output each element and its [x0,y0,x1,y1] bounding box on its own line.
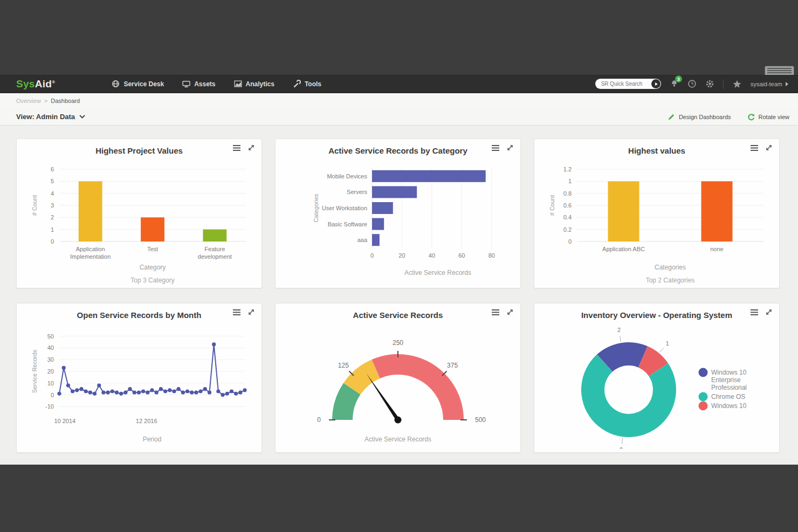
svg-text:0.6: 0.6 [563,202,572,209]
caret-right-icon [786,82,788,86]
svg-text:Implementation: Implementation [70,253,111,260]
svg-text:Period: Period [143,436,162,443]
expand-icon[interactable] [506,308,514,318]
chart-title: Active Service Records by Category [276,139,520,155]
notification-badge: 3 [675,75,682,82]
svg-text:0: 0 [51,238,54,245]
svg-text:500: 500 [475,416,486,424]
hamburger-menu-icon[interactable] [232,144,241,154]
nav-right: 3 sysaid-team [595,79,788,89]
svg-text:4: 4 [51,190,54,197]
history-button[interactable] [687,79,697,88]
expand-icon[interactable] [506,144,514,154]
monitor-icon [182,80,190,88]
svg-text:3: 3 [51,202,54,209]
svg-text:Windows 10: Windows 10 [711,369,747,376]
svg-text:40: 40 [429,252,435,259]
nav-item-assets[interactable]: Assets [182,80,215,88]
notifications-button[interactable]: 3 [670,79,679,88]
svg-text:# Count: # Count [549,195,555,216]
chart-title: Open Service Records by Month [17,303,262,320]
hamburger-menu-icon[interactable] [750,144,759,154]
rotate-view-label: Rotate view [759,114,789,120]
search-input[interactable] [601,81,651,87]
svg-text:# Count: # Count [31,195,38,216]
svg-text:8: 8 [620,446,623,449]
svg-text:Servers: Servers [347,189,367,195]
wrench-icon [293,80,301,88]
svg-text:0.8: 0.8 [563,190,572,197]
svg-text:2: 2 [617,327,621,333]
breadcrumb: Overview > Dashboard [0,93,798,108]
breadcrumb-overview[interactable]: Overview [16,98,41,104]
settings-button[interactable] [705,79,714,88]
svg-text:Category: Category [140,264,166,271]
svg-text:Chrome OS: Chrome OS [711,393,745,400]
svg-text:375: 375 [447,362,458,369]
card-open-sr-by-month: Open Service Records by Month -100102030… [16,303,262,453]
nav-item-analytics[interactable]: Analytics [234,80,274,88]
svg-text:0: 0 [370,252,374,259]
dashboard-grid: Highest Project Values 0123456# CountApp… [0,126,798,453]
expand-icon[interactable] [247,308,255,318]
sysaid-logo: SysAid® [16,78,55,90]
svg-text:50: 50 [47,333,54,340]
nav-item-service-desk[interactable]: Service Desk [112,80,164,88]
card-inventory-os: Inventory Overview - Operating System 21… [534,303,780,453]
rotate-icon [747,113,755,121]
svg-text:development: development [198,253,232,260]
svg-text:10 2014: 10 2014 [54,418,75,424]
svg-text:none: none [710,246,723,252]
svg-text:Basic Software: Basic Software [328,221,367,227]
hamburger-menu-icon[interactable] [232,308,241,318]
svg-text:Top 2 Categories: Top 2 Categories [646,277,695,284]
svg-text:Test: Test [147,246,158,252]
favorites-button[interactable] [732,79,742,89]
nav-item-label: Service Desk [123,80,164,88]
svg-text:Categories: Categories [313,194,319,223]
user-menu[interactable]: sysaid-team [751,81,788,87]
top-nav: SysAid® Service Desk Assets Analytics To… [0,75,798,93]
chart-title: Inventory Overview - Operating System [534,303,779,320]
svg-text:Windows 10: Windows 10 [711,402,747,410]
chart-canvas: 0125250375500Active Service Records [279,325,517,449]
svg-text:0: 0 [317,416,321,424]
hamburger-menu-icon[interactable] [491,144,500,154]
svg-text:Top 3 Category: Top 3 Category [130,277,174,284]
chart-canvas: 218Windows 10EnterpriseProfessionalChrom… [538,325,775,449]
svg-text:1.2: 1.2 [563,166,572,172]
svg-text:-10: -10 [45,403,54,410]
chart-canvas: -1001020304050Service Records10 201412 2… [20,325,258,449]
expand-icon[interactable] [765,144,773,154]
hamburger-menu-icon[interactable] [491,308,500,318]
hamburger-menu-icon[interactable] [750,308,759,318]
svg-text:Mobile Devices: Mobile Devices [327,173,367,179]
svg-text:Enterprise: Enterprise [711,376,741,384]
svg-text:User Workstation: User Workstation [322,205,367,211]
chevron-down-icon [79,115,85,119]
svg-text:1: 1 [666,340,669,347]
svg-text:80: 80 [489,252,495,259]
chart-canvas: 00.20.40.60.811.2# CountApplication ABCn… [538,161,775,285]
user-label: sysaid-team [751,81,782,87]
svg-text:6: 6 [51,166,54,172]
svg-text:10: 10 [47,380,54,386]
view-selector-label: View: Admin Data [16,113,75,121]
design-dashboards-button[interactable]: Design Dashboards [668,113,731,121]
svg-text:250: 250 [393,339,403,347]
globe-icon [112,80,120,88]
svg-text:40: 40 [47,344,54,351]
rotate-view-button[interactable]: Rotate view [747,113,789,121]
expand-icon[interactable] [765,308,773,318]
view-selector[interactable]: View: Admin Data [16,113,85,121]
expand-icon[interactable] [247,144,255,154]
chart-title: Highest values [534,139,779,155]
chart-title: Active Service Records [276,303,520,320]
svg-text:aaa: aaa [357,237,368,243]
svg-text:30: 30 [47,356,54,363]
svg-text:0: 0 [568,238,572,245]
search-submit-button[interactable] [651,79,661,88]
nav-item-tools[interactable]: Tools [293,80,321,88]
pencil-icon [668,113,675,121]
view-actions: Design Dashboards Rotate view [668,113,789,121]
